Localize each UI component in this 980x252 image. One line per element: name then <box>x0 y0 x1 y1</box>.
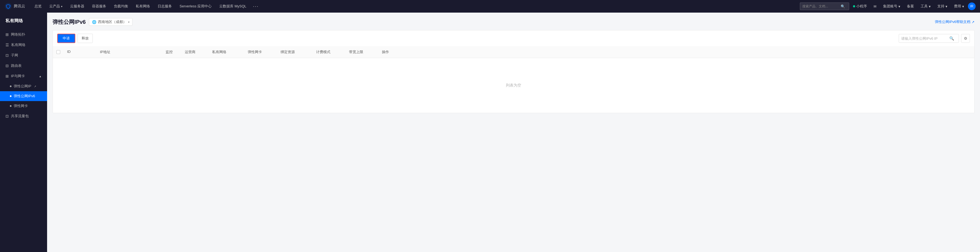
ip-nic-icon: ⊞ <box>5 74 9 78</box>
chevron-down-icon: ▾ <box>899 5 900 8</box>
topology-icon: ⊞ <box>5 32 9 37</box>
release-button[interactable]: 释放 <box>78 34 93 43</box>
sidebar-item-topology[interactable]: ⊞ 网络拓扑 <box>0 29 47 40</box>
top-search-input[interactable] <box>802 5 841 8</box>
th-id: ID <box>64 46 97 58</box>
nav-group-account[interactable]: 集团账号 ▾ <box>880 0 903 13</box>
search-input[interactable] <box>901 37 948 40</box>
chevron-down-icon: ▾ <box>61 5 62 8</box>
toolbar: 申请 释放 🔍 ⚙ <box>53 30 974 46</box>
apply-button[interactable]: 申请 <box>57 34 75 43</box>
external-link-icon: ↗ <box>972 20 975 24</box>
mini-program-dot <box>853 5 855 7</box>
top-search-box[interactable]: 🔍 <box>800 2 849 10</box>
top-navigation: 腾讯云 总览 云产品 ▾ 云服务器 容器服务 负载均衡 私有网络 日志服务 Se… <box>0 0 980 13</box>
th-isp: 运营商 <box>181 46 209 58</box>
region-selector[interactable]: 🌐 西南地区（成都） ▾ <box>89 18 132 26</box>
nav-billing[interactable]: 费用 ▾ <box>951 0 967 13</box>
external-link-icon: ↗ <box>34 85 36 88</box>
avatar[interactable]: IR <box>968 2 975 10</box>
content-area: 弹性公网IPv6 🌐 西南地区（成都） ▾ 弹性公网IPv6帮助文档 ↗ 申请 <box>47 13 980 252</box>
sidebar-item-eipv6[interactable]: 弹性公网IPv6 <box>0 91 47 101</box>
page-header-right: 弹性公网IPv6帮助文档 ↗ <box>935 19 975 24</box>
empty-state-text: 列表为空 <box>506 83 521 88</box>
sidebar-item-label: 子网 <box>11 53 18 58</box>
page-title: 弹性公网IPv6 <box>52 18 86 26</box>
nav-right: 🔍 小程序 ✉ 集团账号 ▾ 备案 工具 ▾ 支持 ▾ 费用 ▾ IR <box>800 0 975 13</box>
region-label: 西南地区（成都） <box>98 19 126 24</box>
nav-vpc[interactable]: 私有网络 <box>132 0 154 13</box>
nav-miniprogram[interactable]: 小程序 <box>850 0 870 13</box>
nav-tools[interactable]: 工具 ▾ <box>918 0 934 13</box>
sidebar-item-ip-nic[interactable]: ⊞ IP与网卡 ▲ <box>0 71 47 81</box>
nav-products[interactable]: 云产品 ▾ <box>45 0 66 13</box>
th-billing: 计费模式 <box>313 46 346 58</box>
sidebar-item-label: 私有网络 <box>11 43 25 47</box>
subnet-icon: ⊡ <box>5 53 9 57</box>
globe-icon: 🌐 <box>92 20 96 24</box>
toolbar-left: 申请 释放 <box>57 34 93 43</box>
nav-serverless[interactable]: Serverless 应用中心 <box>176 0 215 13</box>
eip-dot <box>10 86 11 87</box>
table-body: 列表为空 <box>53 58 974 113</box>
nav-clb[interactable]: 负载均衡 <box>110 0 132 13</box>
sidebar-item-eni[interactable]: 弹性网卡 <box>0 101 47 111</box>
nav-mail[interactable]: ✉ <box>871 0 879 13</box>
nav-tke[interactable]: 容器服务 <box>88 0 110 13</box>
help-text: 弹性公网IPv6帮助文档 <box>935 19 970 24</box>
sidebar-item-route[interactable]: ⊟ 路由表 <box>0 61 47 71</box>
vpc-icon: ☰ <box>5 43 9 47</box>
page-header: 弹性公网IPv6 🌐 西南地区（成都） ▾ 弹性公网IPv6帮助文档 ↗ <box>52 18 975 26</box>
nav-cls[interactable]: 日志服务 <box>154 0 176 13</box>
sidebar-item-label: 弹性公网IP <box>14 84 31 89</box>
eni-dot <box>10 105 11 107</box>
chevron-down-icon: ▾ <box>128 21 129 24</box>
th-vpc: 私有网络 <box>209 46 245 58</box>
nav-items: 总览 云产品 ▾ 云服务器 容器服务 负载均衡 私有网络 日志服务 Server… <box>31 0 800 13</box>
th-ip: IP地址 <box>97 46 162 58</box>
gear-icon: ⚙ <box>964 36 967 40</box>
nav-more[interactable]: ··· <box>250 0 261 13</box>
nav-support[interactable]: 支持 ▾ <box>935 0 950 13</box>
search-input-box[interactable]: 🔍 <box>899 34 959 43</box>
chevron-down-icon: ▾ <box>929 5 931 8</box>
search-icon[interactable]: 🔍 <box>949 36 954 40</box>
th-binding: 绑定资源 <box>277 46 313 58</box>
sidebar-item-bandwidth[interactable]: ⊡ 共享流量包 <box>0 111 47 121</box>
nav-mysql[interactable]: 云数据库 MySQL <box>215 0 250 13</box>
top-search-icon[interactable]: 🔍 <box>841 5 845 8</box>
eipv6-dot <box>10 95 11 97</box>
nav-overview[interactable]: 总览 <box>31 0 45 13</box>
mail-icon: ✉ <box>873 5 877 8</box>
logo[interactable]: 腾讯云 <box>5 2 25 10</box>
table-header: ID IP地址 监控 运营商 私有网络 弹性网卡 绑定资源 计费模式 带宽上限 … <box>53 46 974 58</box>
main-body: 私有网络 ⊞ 网络拓扑 ☰ 私有网络 ⊡ 子网 ⊟ 路由表 ⊞ IP与网卡 ▲ … <box>0 13 980 252</box>
help-link[interactable]: 弹性公网IPv6帮助文档 ↗ <box>935 19 975 24</box>
th-checkbox[interactable] <box>53 46 64 58</box>
sidebar-item-label: 网络拓扑 <box>11 32 25 37</box>
th-action: 操作 <box>379 46 411 58</box>
th-monitor: 监控 <box>162 46 181 58</box>
bandwidth-icon: ⊡ <box>5 114 9 118</box>
sidebar-item-eip[interactable]: 弹性公网IP ↗ <box>0 81 47 91</box>
th-bandwidth: 带宽上限 <box>346 46 379 58</box>
sidebar-item-subnet[interactable]: ⊡ 子网 <box>0 50 47 61</box>
nav-cvm[interactable]: 云服务器 <box>66 0 88 13</box>
nav-beian[interactable]: 备案 <box>904 0 917 13</box>
select-all-checkbox[interactable] <box>56 50 60 54</box>
chevron-down-icon: ▾ <box>962 5 964 8</box>
sidebar-item-label: 弹性公网IPv6 <box>14 94 35 99</box>
sidebar-item-label: 路由表 <box>11 63 22 68</box>
settings-button[interactable]: ⚙ <box>961 34 970 43</box>
chevron-up-icon: ▲ <box>39 75 41 78</box>
sidebar-item-vpc[interactable]: ☰ 私有网络 <box>0 40 47 50</box>
table-container: 申请 释放 🔍 ⚙ ID I <box>52 30 975 113</box>
sidebar-item-label: IP与网卡 <box>11 74 25 79</box>
route-icon: ⊟ <box>5 64 9 68</box>
chevron-down-icon: ▾ <box>945 5 947 8</box>
sidebar-title: 私有网络 <box>0 18 47 29</box>
page-header-left: 弹性公网IPv6 🌐 西南地区（成都） ▾ <box>52 18 132 26</box>
th-eni: 弹性网卡 <box>245 46 277 58</box>
logo-text: 腾讯云 <box>14 4 25 9</box>
toolbar-right: 🔍 ⚙ <box>899 34 970 43</box>
